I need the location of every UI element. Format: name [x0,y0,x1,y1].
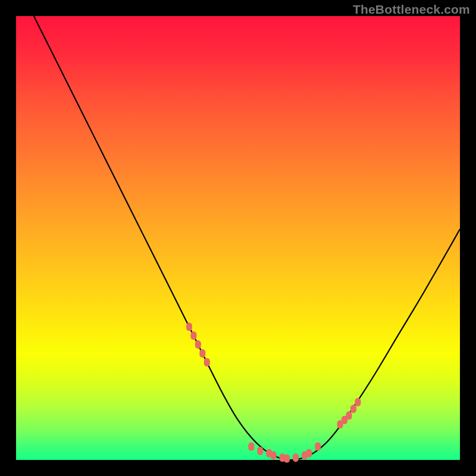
curve-svg [16,16,460,460]
highlight-dot [195,340,201,349]
watermark-text: TheBottleneck.com [353,2,470,17]
highlight-dot [346,411,352,419]
highlight-dot [271,452,277,460]
bottleneck-curve [34,16,460,460]
highlight-dot [190,331,196,340]
highlight-dot [306,449,312,458]
chart-frame: TheBottleneck.com [0,0,476,476]
highlight-dot [315,443,321,451]
highlight-dot [293,453,299,462]
highlight-dot [186,322,192,331]
highlight-dot [204,358,210,367]
highlight-dot [355,398,361,406]
highlight-dot [284,455,290,463]
highlight-dot [257,447,263,455]
highlight-dot [199,349,205,358]
highlight-dot [350,405,356,413]
plot-area [16,16,460,460]
highlight-dots [186,322,361,463]
highlight-dot [248,443,254,451]
